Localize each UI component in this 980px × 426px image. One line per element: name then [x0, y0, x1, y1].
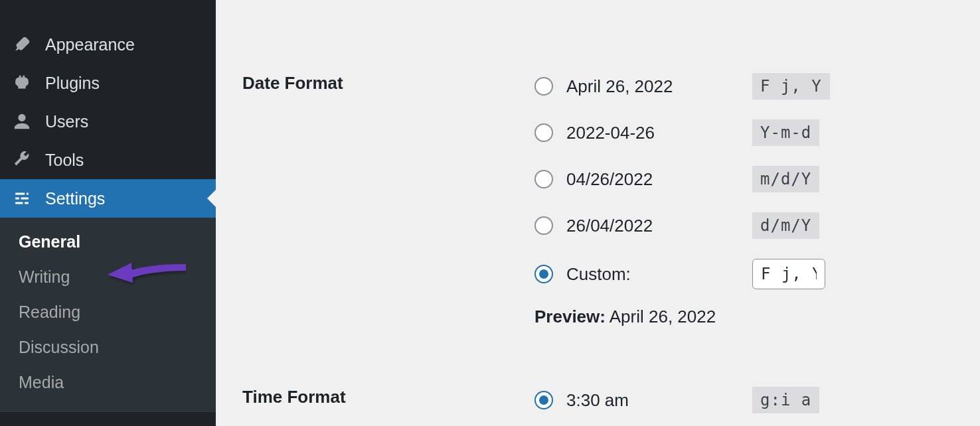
user-icon — [12, 111, 32, 131]
date-format-preview: Preview: April 26, 2022 — [534, 307, 980, 327]
option-code: g:i a — [752, 387, 819, 413]
sidebar-item-label: Users — [45, 112, 88, 131]
sidebar-item-plugins[interactable]: Plugins — [0, 64, 216, 102]
option-code: d/m/Y — [752, 212, 819, 239]
admin-sidebar: Appearance Plugins Users Tools Settings … — [0, 0, 216, 426]
option-code: F j, Y — [752, 73, 830, 100]
time-format-options: 3:30 am g:i a 3:30 AM g:i A — [534, 387, 980, 426]
option-code: Y-m-d — [752, 119, 819, 146]
brush-icon — [12, 35, 32, 54]
sidebar-item-users[interactable]: Users — [0, 102, 216, 141]
submenu-item-reading[interactable]: Reading — [0, 295, 216, 330]
sidebar-item-appearance[interactable]: Appearance — [0, 25, 216, 64]
time-option-1[interactable]: 3:30 am g:i a — [534, 387, 980, 413]
option-code: m/d/Y — [752, 166, 819, 192]
settings-submenu: General Writing Reading Discussion Media — [0, 218, 216, 412]
time-format-label: Time Format — [242, 387, 534, 426]
time-format-row: Time Format 3:30 am g:i a 3:30 AM g:i A — [242, 387, 980, 426]
date-format-options: April 26, 2022 F j, Y 2022-04-26 Y-m-d 0… — [534, 73, 980, 347]
sidebar-item-label: Appearance — [45, 35, 135, 54]
option-display: Custom: — [566, 264, 752, 285]
date-option-custom[interactable]: Custom: — [534, 259, 980, 289]
custom-date-format-input[interactable] — [752, 259, 825, 289]
preview-label: Preview: — [534, 307, 606, 326]
plug-icon — [12, 73, 32, 93]
radio-icon[interactable] — [534, 391, 553, 409]
date-option-3[interactable]: 04/26/2022 m/d/Y — [534, 166, 980, 192]
submenu-item-discussion[interactable]: Discussion — [0, 330, 216, 365]
radio-icon[interactable] — [534, 216, 553, 235]
annotation-arrow-general — [106, 251, 186, 289]
sidebar-item-label: Tools — [45, 151, 84, 170]
option-display: April 26, 2022 — [566, 76, 752, 97]
radio-icon[interactable] — [534, 77, 553, 96]
sidebar-item-tools[interactable]: Tools — [0, 141, 216, 179]
sidebar-item-settings[interactable]: Settings — [0, 179, 216, 218]
option-display: 04/26/2022 — [566, 169, 752, 190]
settings-content: Date Format April 26, 2022 F j, Y 2022-0… — [216, 0, 980, 426]
submenu-item-media[interactable]: Media — [0, 365, 216, 400]
sidebar-item-label: Settings — [45, 189, 105, 208]
date-option-1[interactable]: April 26, 2022 F j, Y — [534, 73, 980, 100]
date-format-row: Date Format April 26, 2022 F j, Y 2022-0… — [242, 73, 980, 347]
option-display: 3:30 am — [566, 390, 752, 411]
date-format-label: Date Format — [242, 73, 534, 347]
radio-icon[interactable] — [534, 170, 553, 188]
option-display: 26/04/2022 — [566, 216, 752, 236]
option-display: 2022-04-26 — [566, 123, 752, 143]
sliders-icon — [12, 188, 32, 208]
radio-icon[interactable] — [534, 123, 553, 142]
date-option-2[interactable]: 2022-04-26 Y-m-d — [534, 119, 980, 146]
date-option-4[interactable]: 26/04/2022 d/m/Y — [534, 212, 980, 239]
preview-value: April 26, 2022 — [610, 307, 716, 326]
radio-icon[interactable] — [534, 265, 553, 283]
wrench-icon — [12, 150, 32, 170]
sidebar-item-label: Plugins — [45, 74, 100, 93]
